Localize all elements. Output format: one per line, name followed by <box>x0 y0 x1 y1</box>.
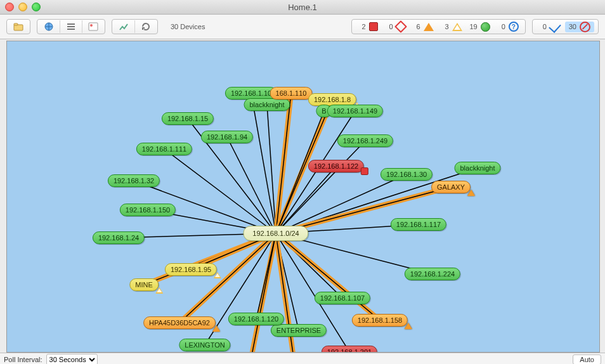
device-node-nbk1[interactable]: blackknight <box>244 98 290 111</box>
status-alarm[interactable]: 6 <box>410 23 436 31</box>
status-critical[interactable]: 0 <box>383 22 408 31</box>
poll-interval-label: Poll Interval: <box>4 356 42 363</box>
status-unknown-count: 0 <box>498 23 505 30</box>
device-node-n111[interactable]: 192.168.1.111 <box>136 143 192 155</box>
status-down-count: 2 <box>358 23 366 30</box>
status-group-states: 2 0 6 3 19 0 ? <box>351 19 526 34</box>
status-warning-count: 3 <box>441 23 449 30</box>
unack-icon <box>580 22 590 32</box>
toolbar-group-view <box>37 19 105 34</box>
ok-icon <box>481 22 490 32</box>
auto-button[interactable]: Auto <box>573 354 601 364</box>
card-view-button[interactable] <box>82 20 104 33</box>
globe-button[interactable] <box>38 20 60 33</box>
device-node-n110[interactable]: 168.1.110 <box>270 87 313 100</box>
critical-icon <box>394 20 407 33</box>
center-node[interactable]: 192.168.1.0/24 <box>243 226 308 241</box>
warning-icon <box>452 23 462 31</box>
list-view-button[interactable] <box>60 20 82 33</box>
down-badge-icon <box>361 167 368 175</box>
network-map-canvas[interactable]: 192.168.1.0/24192.168.1.32192.168.1.1111… <box>6 41 600 353</box>
svg-line-9 <box>251 93 276 233</box>
status-ok[interactable]: 19 <box>467 22 493 32</box>
svg-line-10 <box>267 105 276 233</box>
status-acked-count: 0 <box>539 23 547 30</box>
device-count-label: 30 Devices <box>164 20 211 33</box>
svg-line-8 <box>227 137 276 233</box>
device-node-n15[interactable]: 192.168.1.15 <box>162 112 214 125</box>
svg-line-6 <box>164 149 276 233</box>
device-node-nmine[interactable]: MINE <box>129 278 159 291</box>
maximize-icon[interactable] <box>32 3 41 11</box>
chart-button[interactable] <box>113 20 135 33</box>
close-icon[interactable] <box>5 3 14 11</box>
device-node-n24[interactable]: 192.168.1.24 <box>93 231 145 244</box>
alarm-icon <box>424 23 434 31</box>
status-alarm-count: 6 <box>413 23 420 30</box>
device-node-n117[interactable]: 192.168.1.117 <box>391 218 446 231</box>
device-node-n94[interactable]: 192.168.1.94 <box>201 131 253 143</box>
status-group-ack: 0 30 <box>532 19 599 34</box>
svg-rect-1 <box>14 23 18 25</box>
device-node-n32[interactable]: 192.168.1.32 <box>108 174 160 187</box>
device-node-nlex[interactable]: LEXINGTON <box>179 339 230 351</box>
device-node-n224[interactable]: 192.168.1.224 <box>405 268 460 280</box>
status-bar: Poll Interval: 30 Seconds Auto <box>0 353 605 364</box>
title-bar: Home.1 <box>0 0 605 15</box>
ack-icon <box>549 20 561 33</box>
device-node-n158[interactable]: 192.168.1.158 <box>352 314 408 327</box>
status-ok-count: 19 <box>470 23 478 30</box>
poll-interval-select[interactable]: 30 Seconds <box>46 354 98 364</box>
device-node-n120[interactable]: 192.168.1.120 <box>228 313 284 325</box>
svg-rect-3 <box>89 23 98 30</box>
device-node-n30[interactable]: 192.168.1.30 <box>381 168 433 181</box>
alarm-badge-icon <box>405 323 412 329</box>
status-unacked[interactable]: 30 <box>565 22 594 32</box>
device-node-ngal[interactable]: GALAXY <box>431 181 471 193</box>
warning-badge-icon <box>214 272 221 278</box>
toolbar-group-file <box>6 19 30 34</box>
unknown-icon: ? <box>509 22 519 32</box>
window-traffic-lights <box>5 3 41 11</box>
alarm-badge-icon <box>212 325 220 332</box>
device-node-n149[interactable]: 192.168.1.149 <box>327 105 383 117</box>
refresh-button[interactable] <box>135 20 157 33</box>
window-title: Home.1 <box>288 3 317 12</box>
device-node-nbk2[interactable]: blackknight <box>454 162 500 174</box>
minimize-icon[interactable] <box>18 3 27 11</box>
device-node-n249[interactable]: 192.168.1.249 <box>337 134 393 147</box>
open-map-button[interactable] <box>8 20 29 33</box>
status-down[interactable]: 2 <box>356 22 381 31</box>
device-node-n107[interactable]: 192.168.1.107 <box>315 292 370 304</box>
device-node-n150[interactable]: 192.168.1.150 <box>120 204 176 216</box>
status-acked[interactable]: 0 <box>537 23 563 30</box>
status-critical-count: 0 <box>386 23 393 30</box>
status-unacked-count: 30 <box>569 23 576 30</box>
down-icon <box>369 22 378 31</box>
svg-point-4 <box>90 24 93 27</box>
device-node-n122[interactable]: 192.168.1.122 <box>308 160 364 172</box>
device-node-n8[interactable]: 192.168.1.8 <box>308 93 356 106</box>
status-warning[interactable]: 3 <box>439 23 465 31</box>
status-unknown[interactable]: 0 ? <box>495 22 521 32</box>
warning-badge-icon <box>155 287 163 294</box>
device-node-n95[interactable]: 192.168.1.95 <box>165 263 217 276</box>
toolbar-group-chart <box>112 19 158 34</box>
device-node-nent[interactable]: ENTERPRISE <box>271 324 327 337</box>
toolbar: 30 Devices 2 0 6 3 19 0 ? 0 <box>0 15 605 39</box>
device-node-n201[interactable]: 192.168.1.201 <box>322 346 377 353</box>
device-node-nhpa[interactable]: HPA45D36D5CA92 <box>143 316 216 329</box>
alarm-badge-icon <box>467 190 475 196</box>
